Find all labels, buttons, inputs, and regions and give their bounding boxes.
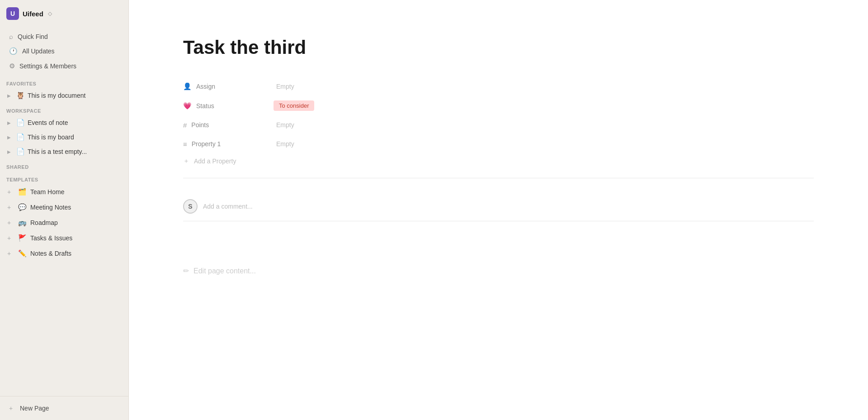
chevron-right-icon: ▶ [7, 120, 14, 125]
plus-icon: + [7, 219, 14, 226]
edit-placeholder: Edit page content... [193, 267, 256, 275]
comment-section: S Add a comment... [183, 192, 814, 221]
shared-section-label: SHARED [0, 159, 128, 172]
sidebar-item-team-home[interactable]: + 🗂️ Team Home [3, 185, 126, 199]
sidebar-item-notes-drafts[interactable]: + ✏️ Notes & Drafts [3, 246, 126, 261]
chevron-right-icon: ▶ [7, 149, 14, 154]
chevron-right-icon: ▶ [7, 93, 14, 98]
notes-icon: ✏️ [18, 249, 27, 258]
add-property-label: Add a Property [194, 158, 236, 165]
team-home-label: Team Home [30, 188, 64, 196]
status-icon: 💗 [183, 102, 192, 110]
new-page-button[interactable]: + New Page [3, 400, 126, 416]
templates-section-label: TEMPLATES [0, 172, 128, 184]
sidebar-footer: + New Page [0, 396, 128, 420]
sidebar-item-roadmap[interactable]: + 🚌 Roadmap [3, 215, 126, 230]
meeting-notes-icon: 💬 [18, 203, 27, 211]
status-badge[interactable]: To consider [274, 100, 314, 111]
property1-label: Property 1 [192, 140, 221, 148]
sidebar-item-tasks-issues[interactable]: + 🚩 Tasks & Issues [3, 231, 126, 245]
sidebar-item-settings[interactable]: ⚙ Settings & Members [3, 59, 126, 73]
add-property-plus-icon: ＋ [183, 157, 189, 165]
points-label: Points [191, 121, 209, 129]
chevron-right-icon: ▶ [7, 135, 14, 140]
sidebar-item-quick-find[interactable]: ⌕ Quick Find [3, 29, 126, 43]
points-label-group: # Points [183, 121, 274, 129]
search-icon: ⌕ [9, 33, 13, 40]
plus-icon: + [7, 234, 14, 242]
comment-input[interactable]: Add a comment... [203, 203, 253, 210]
all-updates-label: All Updates [22, 48, 55, 55]
my-document-label: This is my document [28, 92, 85, 99]
page-icon: 📄 [16, 119, 25, 127]
page-title: Task the third [183, 36, 814, 59]
roadmap-icon: 🚌 [18, 219, 27, 227]
favorites-section-label: FAVORITES [0, 76, 128, 88]
sidebar-header[interactable]: U Uifeed ◇ [0, 0, 128, 27]
status-label: Status [196, 102, 214, 110]
team-home-icon: 🗂️ [18, 188, 27, 196]
meeting-notes-label: Meeting Notes [30, 204, 71, 211]
clock-icon: 🕐 [9, 47, 18, 55]
tasks-icon: 🚩 [18, 234, 27, 242]
sidebar: U Uifeed ◇ ⌕ Quick Find 🕐 All Updates ⚙ … [0, 0, 129, 420]
edit-icon: ✏ [183, 267, 189, 275]
roadmap-label: Roadmap [30, 219, 58, 226]
property1-icon: ≡ [183, 140, 187, 148]
app-name: Uifeed [23, 10, 43, 18]
page-icon: 📄 [16, 148, 25, 156]
notes-drafts-label: Notes & Drafts [30, 250, 71, 257]
property1-value[interactable]: Empty [274, 139, 297, 149]
property-row-property1: ≡ Property 1 Empty [183, 134, 814, 153]
comment-avatar: S [183, 199, 198, 214]
gear-icon: ⚙ [9, 62, 15, 70]
events-of-note-label: Events of note [28, 119, 68, 126]
document-emoji-icon: 🦉 [16, 91, 25, 100]
add-property-button[interactable]: ＋ Add a Property [183, 153, 814, 169]
settings-label: Settings & Members [19, 62, 76, 70]
tasks-issues-label: Tasks & Issues [30, 234, 72, 242]
sidebar-nav: ⌕ Quick Find 🕐 All Updates ⚙ Settings & … [0, 27, 128, 76]
assign-icon: 👤 [183, 82, 192, 91]
points-icon: # [183, 121, 187, 129]
quick-find-label: Quick Find [18, 33, 48, 40]
app-chevron-icon: ◇ [48, 10, 52, 17]
sidebar-item-meeting-notes[interactable]: + 💬 Meeting Notes [3, 200, 126, 215]
page-icon: 📄 [16, 133, 25, 141]
property-row-points: # Points Empty [183, 115, 814, 134]
properties-section: 👤 Assign Empty 💗 Status To consider # Po… [183, 77, 814, 178]
sidebar-item-my-board[interactable]: ▶ 📄 This is my board [3, 130, 126, 144]
sidebar-item-events-of-note[interactable]: ▶ 📄 Events of note [3, 116, 126, 129]
points-value[interactable]: Empty [274, 120, 297, 130]
app-logo: U [6, 7, 19, 20]
workspace-section-label: WORKSPACE [0, 103, 128, 115]
assign-value[interactable]: Empty [274, 81, 297, 91]
edit-page-area[interactable]: ✏ Edit page content... [183, 267, 814, 275]
plus-icon: + [7, 204, 14, 211]
sidebar-item-all-updates[interactable]: 🕐 All Updates [3, 44, 126, 58]
property-row-status: 💗 Status To consider [183, 96, 814, 115]
status-label-group: 💗 Status [183, 102, 274, 110]
property1-label-group: ≡ Property 1 [183, 140, 274, 148]
assign-label-group: 👤 Assign [183, 82, 274, 91]
plus-icon: + [7, 250, 14, 257]
assign-label: Assign [196, 83, 215, 90]
property-row-assign: 👤 Assign Empty [183, 77, 814, 96]
test-empty-label: This is a test empty... [28, 148, 87, 155]
sidebar-item-my-document[interactable]: ▶ 🦉 This is my document [3, 89, 126, 102]
new-page-label: New Page [20, 405, 49, 412]
plus-icon: + [7, 188, 14, 196]
plus-icon: + [9, 405, 16, 412]
my-board-label: This is my board [28, 134, 74, 141]
main-content: Task the third 👤 Assign Empty 💗 Status T… [129, 0, 868, 420]
sidebar-item-test-empty[interactable]: ▶ 📄 This is a test empty... [3, 145, 126, 158]
